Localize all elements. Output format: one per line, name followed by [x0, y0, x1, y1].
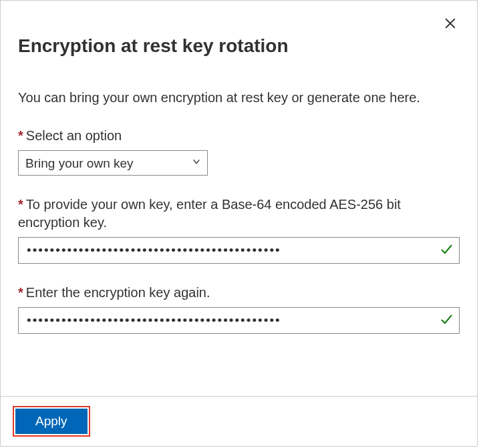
close-button[interactable]: [441, 15, 460, 34]
option-select-wrap: Bring your own key: [18, 150, 208, 176]
apply-highlight: Apply: [13, 406, 90, 437]
dialog-panel: Encryption at rest key rotation You can …: [0, 0, 478, 447]
dialog-title: Encryption at rest key rotation: [18, 35, 460, 57]
key2-label-text: Enter the encryption key again.: [26, 285, 210, 300]
key1-input-row: [18, 237, 460, 264]
dialog-footer: Apply: [1, 396, 477, 446]
option-label-text: Select an option: [26, 128, 122, 143]
apply-button[interactable]: Apply: [15, 409, 88, 434]
checkmark-icon: [440, 242, 453, 258]
required-marker: *: [18, 285, 23, 300]
checkmark-icon: [440, 312, 453, 328]
close-icon: [444, 17, 456, 32]
required-marker: *: [18, 128, 23, 143]
key2-input-row: [18, 307, 460, 334]
close-row: [18, 14, 460, 34]
dialog-body: Encryption at rest key rotation You can …: [1, 1, 477, 396]
option-label: *Select an option: [18, 127, 460, 145]
encryption-key-input[interactable]: [18, 237, 460, 264]
key1-label-text: To provide your own key, enter a Base-64…: [18, 197, 401, 230]
encryption-key-confirm-input[interactable]: [18, 307, 460, 334]
required-marker: *: [18, 197, 23, 212]
option-select[interactable]: Bring your own key: [18, 150, 208, 176]
key2-label: *Enter the encryption key again.: [18, 284, 460, 302]
dialog-description: You can bring your own encryption at res…: [18, 89, 460, 107]
key1-label: *To provide your own key, enter a Base-6…: [18, 196, 460, 232]
